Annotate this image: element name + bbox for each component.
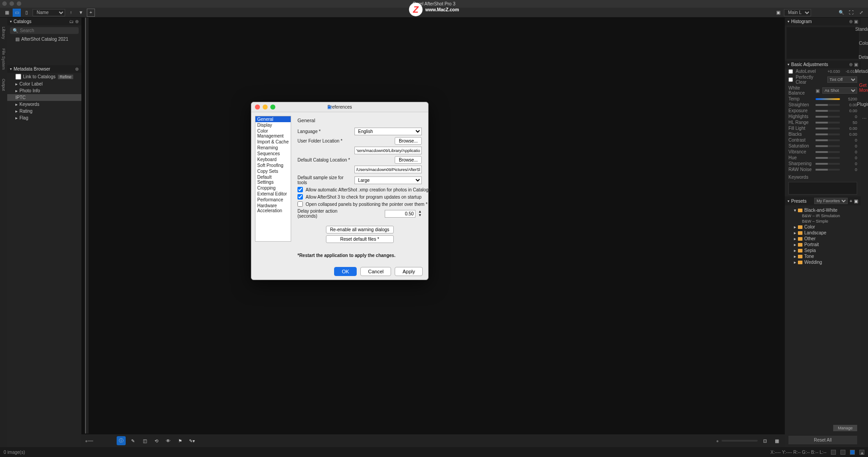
language-dropdown[interactable]: English (354, 128, 422, 135)
sort-dropdown[interactable]: Name (33, 9, 65, 16)
add-preset-icon[interactable]: + (849, 199, 852, 204)
link-catalogs-row[interactable]: Link to Catalogs Refine (7, 73, 81, 81)
hue-slider[interactable] (816, 157, 840, 159)
prefs-section-item[interactable]: Default Settings (255, 174, 291, 185)
exposure-slider[interactable] (816, 110, 840, 112)
tab-standard[interactable]: Standard (855, 27, 868, 32)
grid-view-icon[interactable]: ▦ (3, 9, 11, 17)
preset-folder[interactable]: ▸Sepia (788, 248, 857, 253)
fullscreen-icon[interactable]: ⤢ (857, 9, 865, 17)
fill light-slider[interactable] (816, 128, 840, 129)
crop-tool-icon[interactable]: ◫ (140, 436, 149, 445)
prefs-section-item[interactable]: Performance (255, 197, 291, 203)
panel-resize-handle[interactable] (85, 18, 89, 433)
reset-defaults-button[interactable]: Reset default files * (326, 235, 394, 243)
tab-metadata[interactable]: Metadata (855, 69, 868, 74)
keywords-input[interactable] (788, 182, 857, 195)
prefs-section-item[interactable]: Renaming (255, 145, 291, 151)
preset-folder[interactable]: ▸Wedding (788, 259, 857, 265)
status-box-3[interactable] (850, 450, 855, 455)
meta-item[interactable]: ▸ Color Label (7, 81, 81, 87)
tab-library[interactable]: Library (1, 27, 6, 39)
histogram-header[interactable]: ▾Histogram ⊕ ▣ (785, 18, 861, 25)
basic-adj-header[interactable]: ▾Basic Adjustments ⊕ ▣ (785, 61, 861, 68)
tab-plugins[interactable]: Plugins (857, 102, 868, 107)
pc-checkbox[interactable] (788, 77, 793, 82)
sharpening-slider[interactable] (816, 163, 840, 165)
vibrance-slider[interactable] (816, 151, 840, 153)
actual-size-icon[interactable]: ▦ (772, 436, 781, 445)
single-view-icon[interactable]: ▭ (13, 9, 21, 17)
zoom-slider[interactable] (722, 440, 758, 442)
prefs-section-item[interactable]: Copy Sets (255, 168, 291, 174)
blemish-tool-icon[interactable]: ⚑ (175, 436, 184, 445)
presets-fav-dropdown[interactable]: My Favorites (814, 198, 848, 204)
delay-stepper-icon[interactable]: ▲▼ (418, 210, 422, 217)
straighten-slider[interactable] (816, 104, 840, 106)
tab-output[interactable]: Output (1, 79, 6, 91)
catalog-search[interactable]: 🔍 (10, 27, 79, 34)
pc-dropdown[interactable]: Tint Off (827, 76, 857, 83)
wb-dropdown[interactable]: As Shot (822, 87, 857, 94)
apply-button[interactable]: Apply (395, 267, 423, 276)
add-icon[interactable]: + (87, 9, 95, 17)
wb-tool-icon[interactable]: ✎ (128, 436, 137, 445)
image-viewer[interactable]: ●━━ ⓘ ✎ ◫ ⟲ 👁 ⚑ ✎▾ ● ⊡ ▦ (81, 18, 785, 447)
reset-all-button[interactable]: Reset All (788, 436, 857, 444)
manage-button[interactable]: Manage (833, 425, 857, 431)
region-tool-icon[interactable]: ✎▾ (187, 436, 196, 445)
blacks-slider[interactable] (816, 133, 840, 135)
fit-icon[interactable]: ⛶ (847, 9, 855, 17)
raw noise-slider[interactable] (816, 169, 840, 171)
temp-slider[interactable] (816, 98, 840, 100)
meta-item[interactable]: ▸ Flag (7, 114, 81, 121)
tab-more[interactable]: ⋯ (862, 116, 867, 121)
catalog-item[interactable]: ▤ AfterShot Catalog 2021 (7, 36, 81, 43)
status-box-2[interactable] (840, 450, 845, 455)
preset-folder[interactable]: ▸Other (788, 236, 857, 242)
fit-window-icon[interactable]: ⊡ (760, 436, 769, 445)
ok-button[interactable]: OK (334, 267, 357, 276)
pin-icon[interactable]: ⊕ (75, 67, 79, 71)
panel-actions-icon[interactable]: 🗂 ⊕ (69, 19, 79, 24)
saturation-slider[interactable] (816, 145, 840, 147)
prefs-section-item[interactable]: External Editor (255, 191, 291, 197)
preset-item[interactable]: B&W – Simple (788, 219, 857, 224)
highlights-slider[interactable] (816, 116, 840, 118)
window-controls[interactable] (2, 1, 21, 6)
prefs-section-item[interactable]: Keyboard (255, 157, 291, 162)
meta-item[interactable]: ▸ Photo Info (7, 87, 81, 94)
status-box-4[interactable]: ▲ (859, 450, 864, 455)
meta-item[interactable]: IPTC (7, 94, 81, 101)
prefs-section-item[interactable]: Hardware Acceleration (255, 203, 291, 214)
wb-picker-icon[interactable]: ▣ (816, 88, 820, 93)
catalog-path-input[interactable] (354, 166, 422, 173)
autolevel-checkbox[interactable] (788, 69, 793, 74)
preset-folder[interactable]: ▾Black-and-White (788, 207, 857, 213)
dialog-window-controls[interactable] (255, 105, 275, 109)
preset-folder[interactable]: ▸Color (788, 224, 857, 230)
info-tool-icon[interactable]: ⓘ (117, 436, 126, 445)
prefs-section-item[interactable]: Sequences (255, 151, 291, 157)
check-updates-checkbox[interactable] (297, 194, 303, 200)
filter-icon[interactable]: ▼ (77, 9, 85, 17)
tab-getmore[interactable]: Get More (859, 83, 868, 93)
user-folder-path-input[interactable] (354, 147, 422, 154)
dialog-titlebar[interactable]: ▣ Preferences (251, 102, 428, 112)
meta-item[interactable]: ▸ Keywords (7, 101, 81, 108)
compare-view-icon[interactable]: ▯ (23, 9, 31, 17)
sample-size-dropdown[interactable]: Large (354, 176, 422, 184)
layers-icon[interactable]: ▣ (774, 9, 782, 17)
redeye-tool-icon[interactable]: 👁 (164, 436, 173, 445)
prefs-section-item[interactable]: Import & Cache (255, 139, 291, 145)
presets-header[interactable]: ▾Presets My Favorites + ▣ (785, 196, 861, 205)
metadata-header[interactable]: ▾ Metadata Browser ⊕ (7, 65, 81, 73)
prefs-section-item[interactable]: Display (255, 122, 291, 128)
open-panels-checkbox[interactable] (297, 201, 303, 207)
delay-input[interactable] (385, 210, 416, 218)
layer-dropdown[interactable]: Main Layer (784, 9, 811, 16)
zoom-icon[interactable]: 🔍 (837, 9, 845, 17)
tab-color[interactable]: Color (859, 41, 868, 46)
prefs-section-item[interactable]: Cropping (255, 185, 291, 191)
allow-xmp-checkbox[interactable] (297, 187, 303, 192)
